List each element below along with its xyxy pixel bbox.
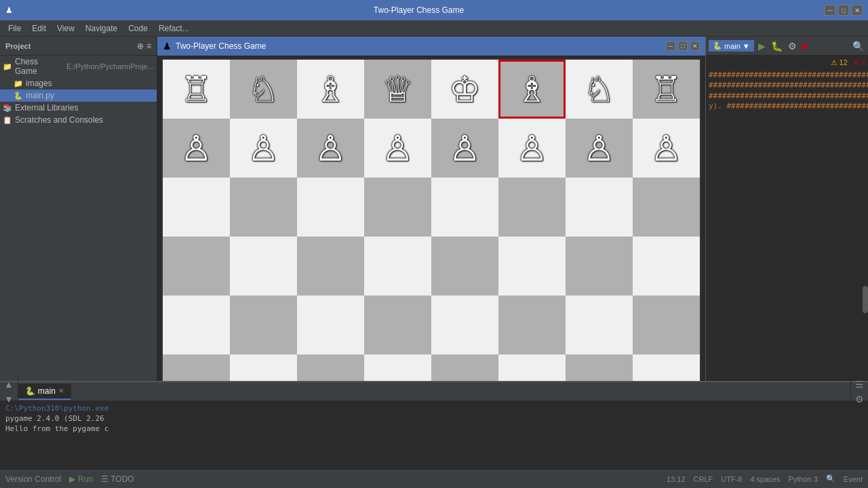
search-icon[interactable]: 🔍 <box>851 39 865 53</box>
chess-cell-1-7[interactable]: ♙ <box>633 119 700 178</box>
chess-piece-0-5: ♗ <box>516 72 548 107</box>
chess-cell-4-7[interactable] <box>633 296 700 354</box>
bottom-tab-main[interactable]: 🐍 main ✕ <box>18 384 71 400</box>
python-icon: 🐍 <box>713 41 722 50</box>
run-icon[interactable]: ▶ <box>757 39 767 53</box>
settings-icon[interactable]: ⚙ <box>787 39 798 53</box>
tree-item-scratches[interactable]: 📋 Scratches and Consoles <box>0 114 157 126</box>
run-button[interactable]: ▶ Run <box>69 474 93 484</box>
chess-cell-0-7[interactable]: ♖ <box>633 60 700 119</box>
chess-cell-5-6[interactable] <box>566 354 633 381</box>
tree-item-external-libraries[interactable]: 📚 External Libraries <box>0 102 157 114</box>
chess-cell-5-5[interactable] <box>498 354 566 381</box>
chess-cell-2-3[interactable] <box>364 178 431 237</box>
chess-cell-1-3[interactable]: ♙ <box>364 119 431 178</box>
chess-cell-1-2[interactable]: ♙ <box>297 119 364 178</box>
debug-icon[interactable]: 🐛 <box>770 39 784 53</box>
chess-cell-2-5[interactable] <box>498 178 566 237</box>
chess-cell-4-1[interactable] <box>230 296 297 354</box>
chess-cell-3-1[interactable] <box>230 237 297 296</box>
chess-close-button[interactable]: ✕ <box>690 41 700 51</box>
tree-item-images[interactable]: 📁 images <box>0 77 157 89</box>
tree-item-chess-game[interactable]: 📁 Chess Game E:/Python/PycharmProje... <box>0 56 157 77</box>
chess-title-bar: ♟ Two-Player Chess Game ─ □ ✕ <box>157 37 705 56</box>
chess-minimize-button[interactable]: ─ <box>666 41 675 51</box>
chess-cell-0-6[interactable]: ♘ <box>566 60 633 119</box>
chess-cell-0-1[interactable]: ♘ <box>230 60 297 119</box>
code-line-2: ########################################… <box>709 80 865 90</box>
chess-cell-3-3[interactable] <box>364 237 431 296</box>
tab-python-icon: 🐍 <box>25 386 35 396</box>
chess-piece-1-1: ♙ <box>248 131 279 166</box>
tree-path: E:/Python/PycharmProje... <box>66 62 154 70</box>
chess-cell-4-5[interactable] <box>498 296 566 354</box>
chess-piece-0-0: ♖ <box>180 72 212 107</box>
event-label: Event <box>844 475 863 483</box>
chess-cell-0-3[interactable]: ♕ <box>364 60 431 119</box>
chess-cell-5-7[interactable] <box>633 354 700 381</box>
bottom-bar: Version Control ▶ Run ☰ TODO 13:12 CRLF … <box>0 469 868 488</box>
chess-cell-4-2[interactable] <box>297 296 364 354</box>
chess-cell-0-0[interactable]: ♖ <box>163 60 230 119</box>
chess-piece-1-3: ♙ <box>382 131 414 166</box>
menu-code[interactable]: Code <box>123 22 153 35</box>
chess-cell-4-6[interactable] <box>566 296 633 354</box>
version-control-item[interactable]: Version Control <box>5 474 61 484</box>
code-line-4: y). ####################################… <box>709 101 865 111</box>
warning-count: ⚠ 12 <box>831 58 848 67</box>
chess-cell-5-3[interactable] <box>364 354 431 381</box>
bottom-content: C:\Python310\python.exe pygame 2.4.0 (SD… <box>0 401 868 469</box>
chess-cell-3-2[interactable] <box>297 237 364 296</box>
chess-cell-5-2[interactable] <box>297 354 364 381</box>
add-icon[interactable]: ⊕ <box>137 41 144 51</box>
chess-cell-2-4[interactable] <box>431 178 498 237</box>
sidebar-title: Project <box>5 42 132 50</box>
search-status-icon[interactable]: 🔍 <box>826 474 835 483</box>
tab-close-icon[interactable]: ✕ <box>58 387 64 394</box>
chess-cell-4-4[interactable] <box>431 296 498 354</box>
chess-cell-1-1[interactable]: ♙ <box>230 119 297 178</box>
collapse-icon[interactable]: ≡ <box>146 41 151 51</box>
branch-selector[interactable]: 🐍 main ▼ <box>709 40 754 52</box>
chess-cell-2-1[interactable] <box>230 178 297 237</box>
chess-board[interactable]: ♖♘♗♕♔♗♘♖♙♙♙♙♙♙♙♙♟♟♟♟♟♟♟♟♜♞♝♛♚♝♞♜ <box>161 58 701 381</box>
todo-item[interactable]: ☰ TODO <box>101 474 134 484</box>
chess-cell-5-0[interactable] <box>163 354 230 381</box>
chess-cell-3-0[interactable] <box>163 237 230 296</box>
scroll-up-icon[interactable]: ▲ <box>3 378 15 391</box>
minimize-button[interactable]: ─ <box>825 5 835 16</box>
chess-cell-3-5[interactable] <box>498 237 566 296</box>
chess-piece-1-6: ♙ <box>583 131 615 166</box>
menu-file[interactable]: File <box>3 22 26 35</box>
chess-cell-0-5[interactable]: ♗ <box>498 60 566 119</box>
chess-cell-0-4[interactable]: ♔ <box>431 60 498 119</box>
close-button[interactable]: ✕ <box>852 5 863 16</box>
menu-view[interactable]: View <box>52 22 80 35</box>
menu-navigate[interactable]: Navigate <box>80 22 123 35</box>
tree-item-main-py[interactable]: 🐍 main.py <box>0 89 157 102</box>
chess-maximize-button[interactable]: □ <box>678 41 688 51</box>
chess-cell-4-0[interactable] <box>163 296 230 354</box>
chess-cell-2-2[interactable] <box>297 178 364 237</box>
chess-cell-3-7[interactable] <box>633 237 700 296</box>
menu-refactor[interactable]: Refact... <box>153 22 195 35</box>
chess-piece-1-5: ♙ <box>516 131 548 166</box>
chess-cell-3-4[interactable] <box>431 237 498 296</box>
maximize-button[interactable]: □ <box>838 5 849 16</box>
chess-cell-2-7[interactable] <box>633 178 700 237</box>
chess-board-container: ♖♘♗♕♔♗♘♖♙♙♙♙♙♙♙♙♟♟♟♟♟♟♟♟♜♞♝♛♚♝♞♜ <box>157 56 705 381</box>
encoding-status: UTF-8 <box>721 475 742 483</box>
chess-cell-1-0[interactable]: ♙ <box>163 119 230 178</box>
chess-cell-1-4[interactable]: ♙ <box>431 119 498 178</box>
chess-cell-5-1[interactable] <box>230 354 297 381</box>
chess-cell-1-6[interactable]: ♙ <box>566 119 633 178</box>
chess-cell-0-2[interactable]: ♗ <box>297 60 364 119</box>
chess-cell-4-3[interactable] <box>364 296 431 354</box>
chess-cell-2-0[interactable] <box>163 178 230 237</box>
chess-cell-5-4[interactable] <box>431 354 498 381</box>
chess-cell-3-6[interactable] <box>566 237 633 296</box>
chess-cell-1-5[interactable]: ♙ <box>498 119 566 178</box>
chess-cell-2-6[interactable] <box>566 178 633 237</box>
stop-icon[interactable]: ■ <box>801 39 809 53</box>
menu-edit[interactable]: Edit <box>26 22 52 35</box>
